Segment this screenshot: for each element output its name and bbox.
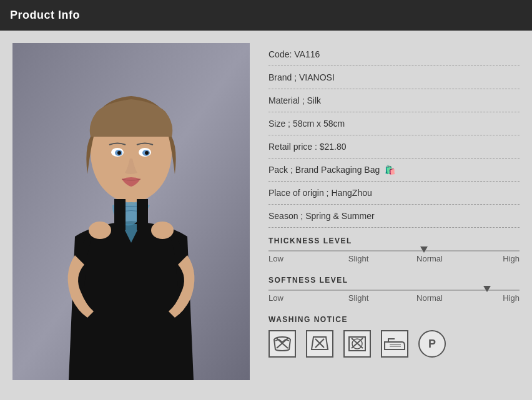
thickness-low: Low (268, 254, 306, 263)
product-image (12, 43, 250, 380)
softness-marker (483, 286, 491, 292)
thickness-track (268, 250, 520, 251)
dry-clean-p-icon: P (418, 330, 446, 358)
product-details: Code: VA116 Brand ; VIANOSI Material ; S… (268, 43, 520, 388)
price-row: Retail price : $21.80 (268, 135, 520, 159)
size-row: Size ; 58cm x 58cm (268, 112, 520, 135)
softness-low: Low (268, 293, 306, 303)
softness-labels: Low Slight Normal High (268, 293, 520, 303)
thickness-slight: Slight (340, 254, 377, 263)
brand-label: Brand ; VIANOSI (268, 72, 335, 82)
svg-rect-11 (137, 199, 148, 230)
pack-label: Pack ; Brand Packaging Bag (268, 165, 380, 175)
thickness-labels: Low Slight Normal High (268, 254, 520, 263)
thickness-high: High (482, 254, 520, 263)
page-title: Product Info (10, 9, 80, 22)
no-bleach-icon (306, 330, 333, 358)
p-label: P (428, 338, 436, 351)
page-header: Product Info (0, 0, 532, 31)
code-row: Code: VA116 (268, 43, 520, 66)
svg-point-9 (151, 222, 174, 239)
pack-row: Pack ; Brand Packaging Bag 🛍️ (268, 159, 520, 182)
svg-point-6 (117, 151, 121, 155)
bag-icon: 🛍️ (385, 165, 395, 175)
code-label: Code: VA116 (268, 49, 320, 59)
material-row: Material ; Silk (268, 89, 520, 112)
material-label: Material ; Silk (268, 95, 321, 105)
softness-normal: Normal (411, 293, 448, 303)
softness-section-label: SOFTNESS LEVEL (268, 276, 520, 285)
thickness-marker (420, 246, 428, 253)
brand-row: Brand ; VIANOSI (268, 66, 520, 89)
thickness-section-label: THICKNESS LEVEL (268, 237, 520, 245)
price-label: Retail price : $21.80 (268, 142, 347, 152)
main-content: Code: VA116 Brand ; VIANOSI Material ; S… (0, 31, 532, 400)
svg-point-7 (145, 151, 149, 155)
softness-high: High (482, 293, 520, 303)
softness-slight: Slight (340, 293, 377, 303)
product-image-container (12, 43, 250, 380)
washing-section-label: WASHING NOTICE (268, 315, 520, 324)
thickness-normal: Normal (411, 254, 448, 263)
season-label: Season ; Spring & Summer (268, 211, 375, 221)
no-handwash-icon (268, 330, 296, 358)
season-row: Season ; Spring & Summer (268, 205, 520, 228)
origin-label: Place of origin ; HangZhou (268, 188, 372, 198)
size-label: Size ; 58cm x 58cm (268, 119, 345, 129)
no-tumble-dry-icon (343, 330, 371, 358)
iron-icon (381, 330, 408, 358)
origin-row: Place of origin ; HangZhou (268, 182, 520, 205)
softness-level-container: Low Slight Normal High (268, 290, 520, 303)
thickness-level-container: Low Slight Normal High (268, 250, 520, 263)
svg-point-8 (89, 222, 111, 239)
svg-rect-10 (114, 199, 126, 230)
washing-icons-container: P (268, 330, 520, 358)
softness-track (268, 290, 520, 291)
